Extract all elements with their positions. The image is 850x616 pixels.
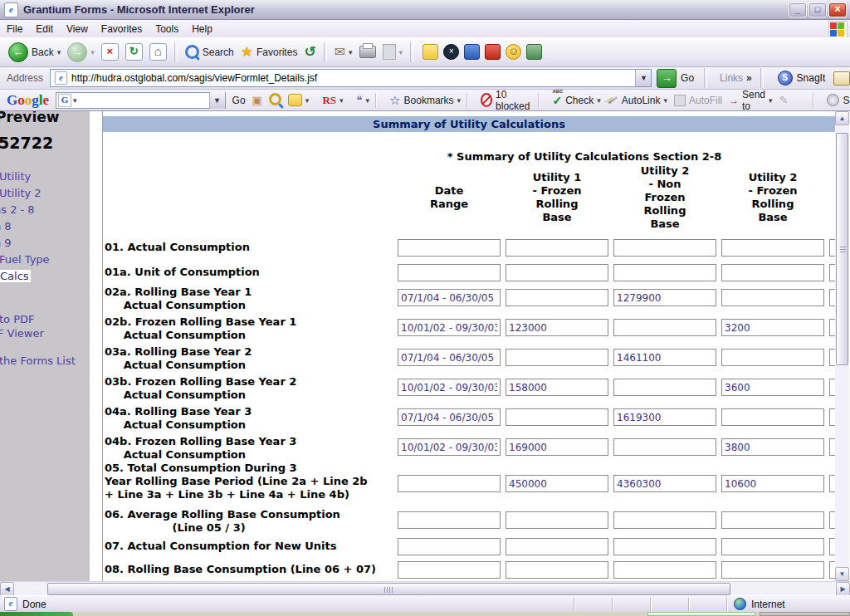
date-range-input[interactable] bbox=[398, 379, 501, 396]
menu-view[interactable]: View bbox=[60, 22, 95, 37]
horizontal-scrollbar[interactable]: ◀ ▶ bbox=[0, 581, 850, 595]
messenger-alert-icon[interactable] bbox=[485, 44, 501, 60]
utility2-nonfrozen-input[interactable] bbox=[613, 319, 716, 336]
date-range-input[interactable] bbox=[398, 239, 501, 257]
sidebar-link-pdf-viewer[interactable]: F Viewer bbox=[0, 327, 44, 340]
sticky-note-icon[interactable] bbox=[423, 44, 438, 60]
utility2-frozen-input[interactable] bbox=[721, 239, 824, 257]
utility2-frozen-input[interactable] bbox=[721, 538, 824, 555]
utility2-nonfrozen-input[interactable] bbox=[613, 511, 716, 529]
scroll-left-button[interactable]: ◀ bbox=[0, 582, 14, 596]
news-icon[interactable]: ▣ bbox=[252, 94, 262, 106]
sidebar-link-forms-list[interactable]: the Forms List bbox=[0, 354, 76, 367]
date-range-input[interactable] bbox=[398, 264, 501, 281]
utility2-nonfrozen-input[interactable] bbox=[613, 538, 716, 555]
scroll-right-button[interactable]: ▶ bbox=[836, 582, 850, 596]
utility2-frozen-input[interactable] bbox=[721, 289, 824, 306]
go-button[interactable]: → bbox=[657, 69, 677, 88]
date-range-input[interactable] bbox=[398, 511, 501, 529]
menu-edit[interactable]: Edit bbox=[29, 22, 60, 37]
utility2-frozen-input[interactable] bbox=[721, 379, 824, 396]
date-range-input[interactable] bbox=[398, 438, 501, 456]
title-bar[interactable]: e Grantium Forms - Microsoft Internet Ex… bbox=[0, 0, 850, 20]
sidebar-link-to-pdf[interactable]: to PDF bbox=[0, 313, 35, 325]
sidebar-link-sections-2-8[interactable]: ns 2 - 8 bbox=[0, 203, 35, 216]
sidebar-link-utility[interactable]: Utility bbox=[0, 170, 31, 183]
clipped-column-input[interactable] bbox=[829, 379, 835, 396]
date-range-input[interactable] bbox=[398, 538, 501, 555]
utility2-nonfrozen-input[interactable] bbox=[613, 379, 716, 396]
utility1-frozen-input[interactable] bbox=[506, 379, 608, 396]
sendto-button[interactable]: → Send to ▾ bbox=[729, 89, 773, 112]
mail-button[interactable]: ✉ ▾ bbox=[331, 42, 356, 61]
taskbar-button-sliver[interactable] bbox=[760, 612, 850, 616]
links-label[interactable]: Links bbox=[720, 72, 743, 84]
date-range-input[interactable] bbox=[398, 319, 501, 336]
clipped-column-input[interactable] bbox=[829, 511, 835, 529]
utility2-frozen-input[interactable] bbox=[721, 475, 824, 492]
favorites-button[interactable]: ★ Favorites bbox=[237, 43, 301, 61]
menu-file[interactable]: File bbox=[0, 22, 29, 37]
clipped-column-input[interactable] bbox=[829, 319, 835, 336]
menu-favorites[interactable]: Favorites bbox=[95, 22, 149, 37]
utility1-frozen-input[interactable] bbox=[506, 239, 608, 257]
horizontal-scroll-thumb[interactable] bbox=[47, 583, 730, 595]
settings-button[interactable]: Settings ▾ bbox=[827, 94, 850, 106]
menu-tools[interactable]: Tools bbox=[149, 22, 185, 37]
minimize-button[interactable]: _ bbox=[789, 2, 807, 17]
clipped-column-input[interactable] bbox=[829, 349, 835, 366]
messenger-smiley-icon[interactable]: ☺ bbox=[506, 44, 521, 60]
autolink-button[interactable]: AutoLink ▾ bbox=[608, 95, 667, 106]
date-range-input[interactable] bbox=[398, 475, 501, 492]
utility2-nonfrozen-input[interactable] bbox=[613, 475, 716, 492]
date-range-input[interactable] bbox=[398, 349, 501, 366]
google-o-icon[interactable] bbox=[269, 93, 281, 108]
utility2-frozen-input[interactable] bbox=[721, 319, 824, 336]
clipped-column-input[interactable] bbox=[829, 475, 835, 492]
utility2-frozen-input[interactable] bbox=[721, 561, 824, 579]
utility1-frozen-input[interactable] bbox=[506, 289, 608, 306]
media-icon[interactable]: × bbox=[443, 44, 459, 60]
vertical-scrollbar[interactable]: ▲ ▼ bbox=[835, 111, 849, 581]
utility1-frozen-input[interactable] bbox=[506, 511, 608, 529]
utility1-frozen-input[interactable] bbox=[506, 538, 608, 555]
snagit-icon[interactable]: S bbox=[778, 71, 793, 86]
scroll-down-button[interactable]: ▼ bbox=[835, 567, 849, 581]
go-label[interactable]: Go bbox=[681, 72, 694, 84]
home-button[interactable]: ⌂ bbox=[146, 42, 170, 62]
utility2-frozen-input[interactable] bbox=[721, 438, 824, 456]
links-chevron-icon[interactable]: » bbox=[746, 72, 752, 84]
clipped-column-input[interactable] bbox=[829, 438, 835, 456]
sidebar-link-fuel-type[interactable]: Fuel Type bbox=[0, 253, 50, 266]
print-button[interactable] bbox=[356, 44, 379, 60]
rs-button[interactable]: RS▾ bbox=[315, 94, 343, 107]
clipped-column-input[interactable] bbox=[829, 408, 835, 426]
chat-button[interactable]: ❝▾ bbox=[350, 94, 370, 106]
utility1-frozen-input[interactable] bbox=[506, 319, 608, 336]
utility2-frozen-input[interactable] bbox=[721, 511, 824, 529]
spellcheck-button[interactable]: ABC✓ Check ▾ bbox=[552, 94, 600, 107]
search-button[interactable]: Search bbox=[182, 43, 237, 61]
restore-button[interactable]: □ bbox=[808, 2, 827, 17]
clipped-column-input[interactable] bbox=[829, 239, 835, 257]
utility2-nonfrozen-input[interactable] bbox=[613, 239, 716, 257]
utility1-frozen-input[interactable] bbox=[506, 438, 608, 456]
sidebar-link-calcs-selected[interactable]: Calcs bbox=[0, 270, 31, 282]
back-button[interactable]: ← Back ▾ bbox=[5, 41, 64, 64]
clipped-column-input[interactable] bbox=[829, 264, 835, 281]
utility1-frozen-input[interactable] bbox=[506, 349, 608, 366]
history-button[interactable]: ↺ bbox=[300, 42, 319, 62]
stop-button[interactable]: × bbox=[98, 42, 122, 62]
utility2-nonfrozen-input[interactable] bbox=[613, 349, 716, 366]
utility2-nonfrozen-input[interactable] bbox=[613, 289, 716, 306]
date-range-input[interactable] bbox=[398, 561, 501, 579]
google-search-dropdown[interactable]: ▼ bbox=[209, 92, 225, 109]
utility1-frozen-input[interactable] bbox=[506, 264, 608, 281]
scroll-up-button[interactable]: ▲ bbox=[835, 111, 849, 125]
utility2-frozen-input[interactable] bbox=[721, 264, 824, 281]
forward-button[interactable]: → ▾ bbox=[64, 41, 98, 64]
utility1-frozen-input[interactable] bbox=[506, 408, 608, 426]
snagit-label[interactable]: SnagIt bbox=[797, 72, 826, 84]
vertical-scroll-thumb[interactable] bbox=[836, 133, 848, 365]
clipped-column-input[interactable] bbox=[829, 538, 835, 555]
